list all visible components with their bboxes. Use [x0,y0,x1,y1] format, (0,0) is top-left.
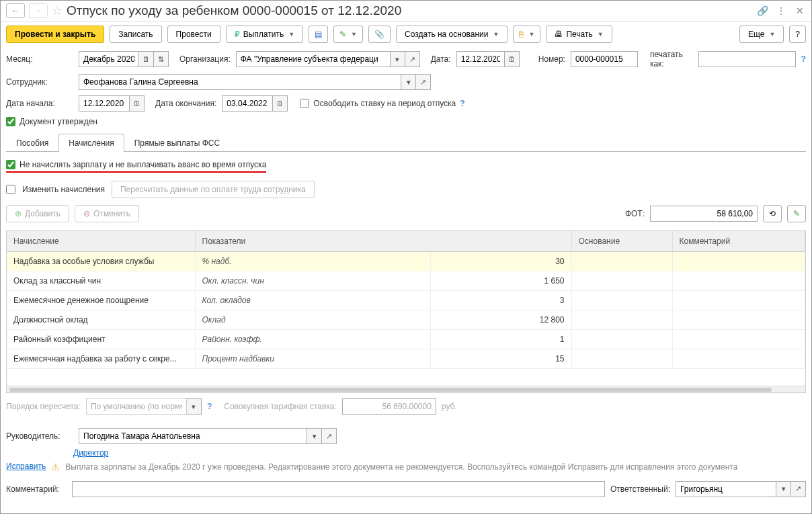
accrual-name: Должностной оклад [7,310,195,330]
dropdown-icon[interactable]: ▾ [776,481,791,497]
create-based-button[interactable]: Создать на основании▼ [396,26,508,43]
release-rate-checkbox[interactable] [300,99,309,108]
dropdown-icon[interactable]: ▾ [187,398,202,415]
col-basis[interactable]: Основание [571,231,672,252]
calendar-icon[interactable]: 🗓 [139,51,154,67]
table-row[interactable]: Надбавка за особые условия службы% надб.… [7,252,805,271]
calendar-icon[interactable]: 🗓 [505,51,520,67]
table-row[interactable]: Районный коэффициентРайонн. коэфф.1 [7,330,805,349]
export-button[interactable]: ⎘▼ [513,26,540,43]
change-accruals-checkbox[interactable] [6,185,15,194]
table-row[interactable]: Должностной окладОклад12 800 [7,310,805,330]
tab-benefits[interactable]: Пособия [6,134,58,152]
warning-icon: ⚠ [51,462,60,472]
table-row[interactable]: Ежемесячная надбавка за работу с секре..… [7,349,805,369]
table-row[interactable]: Ежемесячное денежное поощрениеКол. оклад… [7,291,805,310]
fot-input[interactable] [650,206,758,222]
link-icon[interactable]: 🔗 [756,5,768,17]
basis-cell [571,252,672,271]
col-indicators[interactable]: Показатели [195,231,571,252]
print-button[interactable]: 🖶Печать▼ [546,26,612,43]
open-icon[interactable]: ↗ [791,481,806,497]
dropdown-icon[interactable]: ▾ [401,74,416,90]
more-button[interactable]: Еще▼ [739,26,784,43]
open-icon[interactable]: ↗ [405,51,420,67]
help-icon[interactable]: ? [207,402,212,411]
indicator-name: Оклад [195,310,430,330]
start-date-input[interactable] [79,95,130,112]
more-vertical-icon[interactable]: ⋮ [775,5,787,17]
warning-text: Выплата зарплаты за Декабрь 2020 г уже п… [65,462,737,473]
window-title: Отпуск по уходу за ребенком 0000-000015 … [67,3,752,18]
help-button[interactable]: ? [789,26,806,43]
month-input[interactable] [79,51,139,67]
edit-pencil-button[interactable]: ✎ [787,205,806,222]
comment-input[interactable] [72,481,605,497]
plus-icon: ⊕ [15,209,22,218]
dropdown-icon[interactable]: ▾ [391,51,405,67]
indicator-value: 3 [430,291,571,310]
print-as-input[interactable] [698,51,796,67]
manager-input[interactable] [79,428,307,444]
updown-icon[interactable]: ⇅ [154,51,169,67]
nav-back-button[interactable]: ← [6,3,25,18]
favorite-star-icon[interactable]: ☆ [52,3,63,18]
comment-label: Комментарий: [6,484,67,494]
close-icon[interactable]: ✕ [794,5,806,17]
org-input[interactable] [236,51,391,67]
indicator-name: Кол. окладов [195,291,430,310]
accrual-name: Оклад за классный чин [7,271,195,291]
help-icon[interactable]: ? [460,99,464,108]
basis-cell [571,271,672,291]
calendar-icon[interactable]: 🗓 [273,95,288,112]
post-and-close-button[interactable]: Провести и закрыть [6,26,104,43]
doc-icon: ▤ [315,30,322,39]
table-row[interactable]: Оклад за классный чинОкл. классн. чин1 6… [7,271,805,291]
pay-button[interactable]: ₽ Выплатить ▼ [226,26,303,43]
correct-link[interactable]: Исправить [6,462,46,471]
month-label: Месяц: [6,54,73,64]
tab-fss[interactable]: Прямые выплаты ФСС [124,134,230,152]
dropdown-icon[interactable]: ▾ [307,428,322,444]
open-icon[interactable]: ↗ [416,74,431,90]
indicator-value: 30 [430,252,571,271]
accrual-name: Ежемесячная надбавка за работу с секре..… [7,349,195,369]
release-rate-label: Освободить ставку на период отпуска [313,99,456,108]
comment-cell [672,310,805,330]
attach-button[interactable]: 📎 [368,26,391,43]
date-label: Дата: [431,54,451,64]
col-comment[interactable]: Комментарий [672,231,805,252]
responsible-label: Ответственный: [610,484,670,494]
responsible-input[interactable] [676,481,776,497]
help-icon[interactable]: ? [801,54,806,64]
date-input[interactable] [456,51,505,67]
open-icon[interactable]: ↗ [322,428,337,444]
end-date-input[interactable] [222,95,273,112]
document-icon-button[interactable]: ▤ [309,26,328,43]
tab-accruals[interactable]: Начисления [58,134,124,152]
indicator-name: Районн. коэфф. [195,330,430,349]
post-button[interactable]: Провести [167,26,220,43]
no-salary-checkbox[interactable] [6,160,15,169]
number-input[interactable] [571,51,638,67]
basis-cell [571,291,672,310]
basis-cell [571,349,672,369]
indicator-name: % надб. [195,252,430,271]
pencil-icon: ✎ [339,30,346,39]
comment-cell [672,349,805,369]
tariff-label: Совокупная тарифная ставка: [224,402,337,411]
col-accrual[interactable]: Начисление [7,231,195,252]
refresh-button[interactable]: ⟲ [763,205,782,222]
position-link[interactable]: Директор [73,448,108,458]
indicator-name: Окл. классн. чин [195,271,430,291]
save-button[interactable]: Записать [110,26,161,43]
comment-cell [672,271,805,291]
employee-input[interactable] [79,74,401,90]
approved-checkbox[interactable] [6,117,15,126]
calendar-icon[interactable]: 🗓 [130,95,145,112]
end-date-label: Дата окончания: [155,99,216,108]
tariff-input [342,398,436,415]
pencil-green-button[interactable]: ✎▼ [333,26,363,43]
horizontal-scrollbar[interactable] [7,386,805,392]
nav-forward-button[interactable]: → [29,3,48,18]
